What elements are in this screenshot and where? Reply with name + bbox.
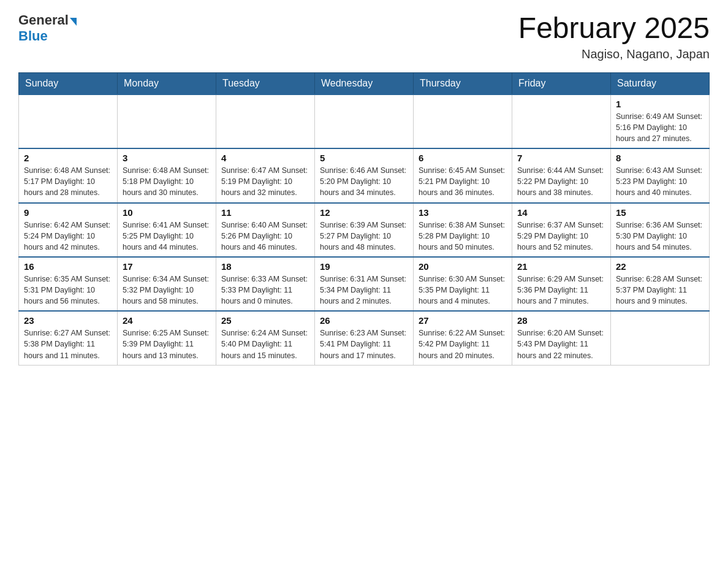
weekday-header-wednesday: Wednesday	[315, 72, 414, 94]
day-info: Sunrise: 6:22 AM Sunset: 5:42 PM Dayligh…	[419, 327, 507, 361]
calendar-cell	[118, 94, 216, 148]
day-info: Sunrise: 6:40 AM Sunset: 5:26 PM Dayligh…	[221, 220, 309, 253]
calendar-cell: 10Sunrise: 6:41 AM Sunset: 5:25 PM Dayli…	[118, 203, 216, 257]
day-info: Sunrise: 6:42 AM Sunset: 5:24 PM Dayligh…	[24, 220, 112, 253]
day-info: Sunrise: 6:43 AM Sunset: 5:23 PM Dayligh…	[616, 165, 704, 198]
weekday-header-thursday: Thursday	[414, 72, 512, 94]
day-info: Sunrise: 6:44 AM Sunset: 5:22 PM Dayligh…	[517, 165, 605, 198]
day-info: Sunrise: 6:28 AM Sunset: 5:37 PM Dayligh…	[616, 274, 704, 307]
day-number: 4	[221, 153, 309, 163]
day-number: 23	[24, 315, 112, 326]
calendar-cell: 24Sunrise: 6:25 AM Sunset: 5:39 PM Dayli…	[118, 311, 216, 365]
weekday-header-tuesday: Tuesday	[216, 72, 315, 94]
day-number: 18	[221, 261, 309, 272]
calendar-week-row: 2Sunrise: 6:48 AM Sunset: 5:17 PM Daylig…	[19, 148, 710, 202]
day-info: Sunrise: 6:25 AM Sunset: 5:39 PM Dayligh…	[123, 327, 211, 361]
day-info: Sunrise: 6:34 AM Sunset: 5:32 PM Dayligh…	[123, 274, 211, 307]
calendar-cell: 14Sunrise: 6:37 AM Sunset: 5:29 PM Dayli…	[512, 203, 611, 257]
calendar-cell: 3Sunrise: 6:48 AM Sunset: 5:18 PM Daylig…	[118, 148, 216, 202]
day-number: 28	[517, 315, 605, 326]
weekday-header-friday: Friday	[512, 72, 611, 94]
day-number: 25	[221, 315, 309, 326]
calendar-week-row: 23Sunrise: 6:27 AM Sunset: 5:38 PM Dayli…	[19, 311, 710, 365]
logo-general-text: General	[18, 12, 69, 28]
calendar-cell: 6Sunrise: 6:45 AM Sunset: 5:21 PM Daylig…	[414, 148, 512, 202]
calendar-cell: 2Sunrise: 6:48 AM Sunset: 5:17 PM Daylig…	[19, 148, 118, 202]
calendar-cell: 19Sunrise: 6:31 AM Sunset: 5:34 PM Dayli…	[315, 257, 414, 311]
calendar-cell: 7Sunrise: 6:44 AM Sunset: 5:22 PM Daylig…	[512, 148, 611, 202]
day-info: Sunrise: 6:27 AM Sunset: 5:38 PM Dayligh…	[24, 327, 112, 361]
day-info: Sunrise: 6:24 AM Sunset: 5:40 PM Dayligh…	[221, 327, 309, 361]
day-info: Sunrise: 6:39 AM Sunset: 5:27 PM Dayligh…	[320, 220, 408, 253]
calendar-week-row: 1Sunrise: 6:49 AM Sunset: 5:16 PM Daylig…	[19, 94, 710, 148]
day-number: 8	[616, 153, 704, 163]
calendar-cell: 26Sunrise: 6:23 AM Sunset: 5:41 PM Dayli…	[315, 311, 414, 365]
day-info: Sunrise: 6:31 AM Sunset: 5:34 PM Dayligh…	[320, 274, 408, 307]
calendar-cell	[611, 311, 710, 365]
day-number: 21	[517, 261, 605, 272]
day-number: 27	[419, 315, 507, 326]
day-number: 22	[616, 261, 704, 272]
calendar-cell: 23Sunrise: 6:27 AM Sunset: 5:38 PM Dayli…	[19, 311, 118, 365]
calendar-cell: 13Sunrise: 6:38 AM Sunset: 5:28 PM Dayli…	[414, 203, 512, 257]
calendar-cell: 5Sunrise: 6:46 AM Sunset: 5:20 PM Daylig…	[315, 148, 414, 202]
day-info: Sunrise: 6:49 AM Sunset: 5:16 PM Dayligh…	[616, 111, 704, 144]
day-number: 19	[320, 261, 408, 272]
calendar-cell: 20Sunrise: 6:30 AM Sunset: 5:35 PM Dayli…	[414, 257, 512, 311]
day-number: 17	[123, 261, 211, 272]
calendar-table: SundayMondayTuesdayWednesdayThursdayFrid…	[18, 72, 710, 366]
calendar-cell: 27Sunrise: 6:22 AM Sunset: 5:42 PM Dayli…	[414, 311, 512, 365]
day-info: Sunrise: 6:48 AM Sunset: 5:17 PM Dayligh…	[24, 165, 112, 198]
day-number: 3	[123, 153, 211, 163]
day-info: Sunrise: 6:38 AM Sunset: 5:28 PM Dayligh…	[419, 220, 507, 253]
calendar-cell	[315, 94, 414, 148]
weekday-header-saturday: Saturday	[611, 72, 710, 94]
calendar-cell: 11Sunrise: 6:40 AM Sunset: 5:26 PM Dayli…	[216, 203, 315, 257]
logo-arrow-icon	[70, 18, 77, 26]
day-number: 7	[517, 153, 605, 163]
day-info: Sunrise: 6:41 AM Sunset: 5:25 PM Dayligh…	[123, 220, 211, 253]
day-info: Sunrise: 6:20 AM Sunset: 5:43 PM Dayligh…	[517, 327, 605, 361]
day-info: Sunrise: 6:48 AM Sunset: 5:18 PM Dayligh…	[123, 165, 211, 198]
calendar-cell: 15Sunrise: 6:36 AM Sunset: 5:30 PM Dayli…	[611, 203, 710, 257]
day-number: 11	[221, 207, 309, 218]
logo: General Blue	[18, 12, 77, 44]
day-info: Sunrise: 6:30 AM Sunset: 5:35 PM Dayligh…	[419, 274, 507, 307]
day-number: 6	[419, 153, 507, 163]
calendar-cell: 17Sunrise: 6:34 AM Sunset: 5:32 PM Dayli…	[118, 257, 216, 311]
calendar-cell	[19, 94, 118, 148]
day-number: 10	[123, 207, 211, 218]
day-info: Sunrise: 6:45 AM Sunset: 5:21 PM Dayligh…	[419, 165, 507, 198]
day-number: 2	[24, 153, 112, 163]
calendar-week-row: 9Sunrise: 6:42 AM Sunset: 5:24 PM Daylig…	[19, 203, 710, 257]
calendar-cell: 9Sunrise: 6:42 AM Sunset: 5:24 PM Daylig…	[19, 203, 118, 257]
day-info: Sunrise: 6:23 AM Sunset: 5:41 PM Dayligh…	[320, 327, 408, 361]
weekday-header-sunday: Sunday	[19, 72, 118, 94]
day-number: 14	[517, 207, 605, 218]
day-number: 5	[320, 153, 408, 163]
month-title: February 2025	[518, 12, 710, 45]
calendar-cell: 18Sunrise: 6:33 AM Sunset: 5:33 PM Dayli…	[216, 257, 315, 311]
location-text: Nagiso, Nagano, Japan	[518, 47, 710, 61]
day-number: 13	[419, 207, 507, 218]
day-info: Sunrise: 6:33 AM Sunset: 5:33 PM Dayligh…	[221, 274, 309, 307]
page-header: General Blue February 2025 Nagiso, Nagan…	[18, 12, 710, 61]
calendar-cell: 16Sunrise: 6:35 AM Sunset: 5:31 PM Dayli…	[19, 257, 118, 311]
day-number: 1	[616, 99, 704, 109]
day-number: 20	[419, 261, 507, 272]
day-number: 9	[24, 207, 112, 218]
logo-blue-text: Blue	[18, 28, 48, 44]
calendar-cell: 21Sunrise: 6:29 AM Sunset: 5:36 PM Dayli…	[512, 257, 611, 311]
calendar-cell: 22Sunrise: 6:28 AM Sunset: 5:37 PM Dayli…	[611, 257, 710, 311]
day-number: 26	[320, 315, 408, 326]
calendar-cell: 8Sunrise: 6:43 AM Sunset: 5:23 PM Daylig…	[611, 148, 710, 202]
calendar-cell: 28Sunrise: 6:20 AM Sunset: 5:43 PM Dayli…	[512, 311, 611, 365]
calendar-cell	[216, 94, 315, 148]
day-number: 15	[616, 207, 704, 218]
title-block: February 2025 Nagiso, Nagano, Japan	[518, 12, 710, 61]
calendar-cell: 12Sunrise: 6:39 AM Sunset: 5:27 PM Dayli…	[315, 203, 414, 257]
day-number: 24	[123, 315, 211, 326]
day-info: Sunrise: 6:37 AM Sunset: 5:29 PM Dayligh…	[517, 220, 605, 253]
calendar-cell: 4Sunrise: 6:47 AM Sunset: 5:19 PM Daylig…	[216, 148, 315, 202]
calendar-cell: 1Sunrise: 6:49 AM Sunset: 5:16 PM Daylig…	[611, 94, 710, 148]
